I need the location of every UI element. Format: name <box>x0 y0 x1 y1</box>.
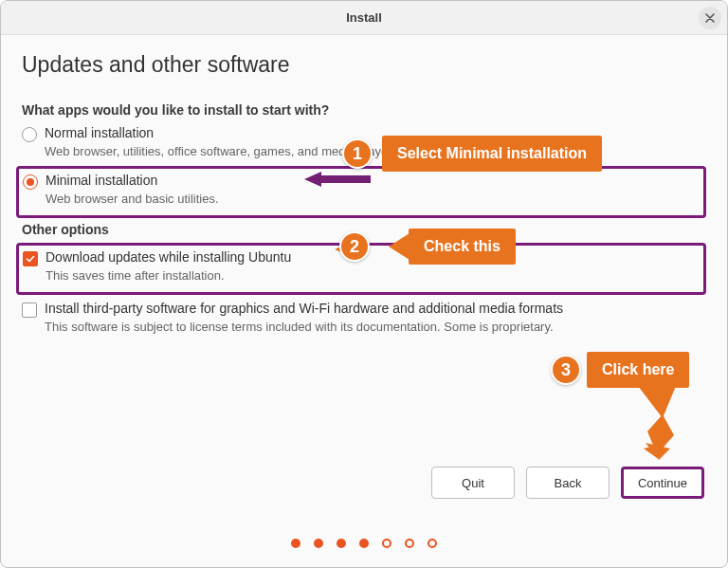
radio-icon <box>22 127 37 142</box>
radio-icon <box>23 174 38 190</box>
progress-dot <box>314 539 323 548</box>
progress-dots <box>1 539 727 548</box>
back-button[interactable]: Back <box>526 467 610 499</box>
progress-dot <box>337 539 346 548</box>
progress-dot <box>359 539 369 548</box>
radio-normal-installation[interactable]: Normal installation Web browser, utiliti… <box>22 125 706 166</box>
svg-marker-2 <box>335 238 361 261</box>
other-options-heading: Other options <box>22 222 706 237</box>
normal-label: Normal installation <box>45 125 706 140</box>
installer-window: Install Updates and other software What … <box>0 0 728 568</box>
download-desc: This saves time after installation. <box>46 268 700 283</box>
progress-dot <box>291 539 300 548</box>
thirdparty-desc: This software is subject to license term… <box>45 320 706 334</box>
annotation-badge: 3 <box>551 355 581 385</box>
normal-desc: Web browser, utilities, office software,… <box>45 144 706 158</box>
continue-button[interactable]: Continue <box>621 467 704 499</box>
quit-button[interactable]: Quit <box>431 467 515 499</box>
minimal-desc: Web browser and basic utilities. <box>46 192 700 206</box>
close-icon <box>705 13 715 23</box>
titlebar: Install <box>1 1 727 35</box>
svg-marker-3 <box>638 386 676 418</box>
progress-dot <box>405 539 414 548</box>
apps-question: What apps would you like to install to s… <box>22 102 706 118</box>
close-button[interactable] <box>699 7 721 29</box>
progress-dot <box>382 539 391 548</box>
annotation-text: Click here <box>587 352 689 388</box>
check-third-party[interactable]: Install third-party software for graphic… <box>22 301 706 341</box>
page-heading: Updates and other software <box>22 52 706 78</box>
window-title: Install <box>346 10 382 25</box>
annotation-connector-2 <box>306 238 363 261</box>
checkbox-icon <box>22 302 37 318</box>
progress-dot <box>428 539 437 548</box>
checkbox-icon <box>23 251 38 266</box>
annotation-3: 3 Click here <box>551 352 689 388</box>
svg-marker-1 <box>304 172 321 187</box>
thirdparty-label: Install third-party software for graphic… <box>45 301 706 316</box>
annotation-arrow-1 <box>304 170 371 189</box>
annotation-arrow-3 <box>634 386 682 462</box>
minimal-label: Minimal installation <box>46 173 700 188</box>
footer-buttons: Quit Back Continue <box>431 467 704 499</box>
